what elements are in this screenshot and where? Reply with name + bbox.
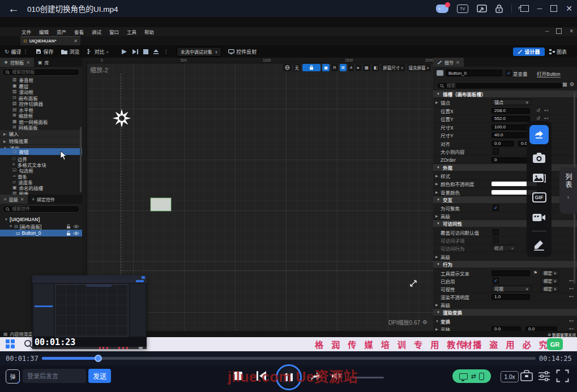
size-y-field[interactable]: 40.0	[491, 132, 530, 138]
advanced-label[interactable]: 高级	[441, 213, 450, 219]
flag-icon[interactable]: ⚑	[533, 270, 537, 275]
size-x-field[interactable]: 100.0	[491, 124, 530, 130]
asset-tab[interactable]: ⊟ UIQIEHUAN* ✕	[20, 36, 80, 45]
size-to-content-checkbox[interactable]	[493, 148, 499, 154]
toolbox-button[interactable]	[520, 369, 533, 382]
ue-menu-item[interactable]: 资产	[57, 28, 66, 35]
palette-item[interactable]: ☑勾选框	[0, 167, 82, 174]
gif-record-button[interactable]: GIF	[532, 191, 546, 204]
compile-button[interactable]: ↻编译⋮	[5, 48, 28, 55]
bind-plug-icon[interactable]: ⊷	[569, 286, 574, 291]
bind-plug-icon[interactable]: ⊷	[544, 116, 549, 121]
resize-handle-icon[interactable]	[409, 279, 417, 287]
gear-icon[interactable]: ⚙	[422, 319, 428, 325]
ue-menu-item[interactable]: 窗口	[109, 28, 119, 35]
dpi-scale-label[interactable]: DPI缩放0.67⚙	[388, 318, 428, 326]
enabled-bind-dropdown[interactable]: 绑定∨	[541, 278, 559, 284]
ue-menu-item[interactable]: 帮助	[144, 28, 154, 35]
tree-button-node[interactable]: ▭ Button_0	[0, 230, 82, 236]
is-variable-checkbox[interactable]: ✓	[506, 70, 512, 76]
section-behavior[interactable]: ▼行为	[433, 261, 577, 268]
eject-icon[interactable]	[153, 49, 159, 54]
lock-open-icon[interactable]	[66, 224, 71, 229]
bind-plug-icon[interactable]: ⊷	[569, 326, 574, 331]
list-side-tab[interactable]: 列表 ‹	[559, 167, 577, 214]
visibility-dropdown[interactable]: 可视∨	[491, 286, 531, 292]
respect-locks-toggle[interactable]: ▣	[322, 64, 330, 71]
frame-skip-icon[interactable]	[132, 49, 139, 55]
seek-track[interactable]	[42, 357, 536, 360]
palette-item[interactable]: ▣命名的插槽	[0, 185, 82, 191]
advanced-label[interactable]: 高级	[441, 253, 450, 260]
back-button[interactable]: ←	[8, 2, 19, 15]
palette-item[interactable]: ▨滚动框	[0, 89, 82, 95]
tree-root[interactable]: ▼ [UIQIEHUAN]	[0, 216, 82, 223]
section-appearance[interactable]: ▼外观	[433, 164, 577, 171]
lock-toggle[interactable]	[302, 64, 320, 71]
ue-close-icon[interactable]: ✕	[569, 28, 574, 34]
mini-player-icon[interactable]	[520, 5, 529, 12]
position-y-field[interactable]: 552.0	[491, 116, 530, 122]
safe-zone-icon[interactable]: ◧	[372, 64, 379, 71]
focusable-checkbox[interactable]: ✓	[493, 205, 499, 211]
override-defaults-checkbox[interactable]	[493, 229, 499, 235]
tab-details[interactable]: 细节 ✕	[433, 58, 464, 67]
stop-icon[interactable]	[143, 49, 148, 54]
category-input[interactable]: ▶输入	[0, 130, 82, 137]
alignment-x-field[interactable]: 0.0	[491, 141, 514, 147]
anchors-dropdown[interactable]: 锚点∨	[491, 99, 531, 105]
section-slot[interactable]: ▼插槽（画布面板槽）	[433, 91, 577, 97]
palette-item[interactable]: ≡多格式文本块	[0, 162, 82, 168]
graph-button[interactable]: 图表	[549, 48, 567, 56]
palette-item[interactable]: ⊞网格面板	[0, 124, 82, 131]
ue-menu-item[interactable]: 调试	[92, 28, 101, 35]
preview-close-icon[interactable]	[142, 276, 145, 279]
play-icon[interactable]	[121, 49, 127, 55]
ue-restore-icon[interactable]	[556, 28, 562, 34]
lock-open-icon[interactable]	[66, 231, 71, 236]
ue-menu-item[interactable]: 查看	[74, 28, 84, 35]
translation-y-field[interactable]: 0.0	[525, 326, 557, 331]
section-interaction[interactable]: ▼交互	[433, 196, 577, 203]
render-opacity-field[interactable]: 1.0	[491, 294, 530, 300]
palette-scrollbar[interactable]	[80, 127, 82, 192]
tab-close-icon[interactable]: ✕	[74, 38, 78, 44]
details-settings-gear-icon[interactable]: ⚙	[570, 81, 574, 87]
tooltip-bind-dropdown[interactable]: 绑定∨	[541, 270, 559, 276]
save-button[interactable]: 保存	[36, 48, 53, 55]
diff-button[interactable]: 对比∨	[87, 48, 108, 55]
video-record-button[interactable]	[532, 211, 546, 223]
bind-plug-icon[interactable]: ⊷	[569, 318, 574, 324]
enabled-checkbox[interactable]: ✓	[493, 278, 499, 284]
palette-item[interactable]: ▥垂直框	[0, 77, 82, 83]
open-button-link[interactable]: 打开Button	[537, 70, 561, 77]
palette-item[interactable]: ▦统一网格面板	[0, 119, 82, 125]
tab-close-icon[interactable]: ✕	[26, 60, 30, 65]
lock-icon[interactable]	[495, 5, 503, 13]
tab-library[interactable]: ▣ 库	[34, 58, 53, 67]
tab-hierarchy[interactable]: ≡ 层级 ✕	[0, 195, 28, 204]
ue-menu-item[interactable]: 工具	[127, 28, 136, 35]
visibility-eye-icon[interactable]	[73, 231, 79, 235]
revert-icon[interactable]: ↺	[536, 116, 540, 121]
fill-screen-dropdown[interactable]: 填充屏幕 ∨	[407, 64, 431, 71]
palette-item[interactable]: ▣覆层	[0, 83, 82, 89]
hierarchy-search[interactable]	[2, 205, 80, 213]
tab-bind-widgets[interactable]: ≡ 绑定控件	[28, 195, 59, 204]
advanced-label[interactable]: 高级	[441, 301, 450, 308]
danmaku-toggle[interactable]: 弹 ✓	[6, 369, 20, 384]
settings-sliders-button[interactable]	[538, 370, 550, 382]
ue-minimize-icon[interactable]: ─	[545, 28, 549, 34]
browse-button[interactable]: 浏览	[61, 48, 79, 55]
palette-item[interactable]: ▤水平框	[0, 107, 82, 113]
zorder-field[interactable]: 0	[491, 157, 530, 163]
tab-close-icon[interactable]: ✕	[20, 197, 24, 202]
camera-screenshot-button[interactable]	[532, 152, 546, 164]
style-label[interactable]: 样式	[441, 173, 450, 179]
outline-toggle-icon[interactable]: ▸	[356, 64, 361, 71]
device-switch-pill[interactable]: ⇄	[452, 369, 491, 383]
designer-button[interactable]: 设计器	[513, 48, 545, 56]
translation-x-field[interactable]: 0.0	[491, 326, 521, 331]
widget-name-field[interactable]: Button_0	[446, 70, 502, 76]
category-special-effects[interactable]: ▶特殊效果	[0, 137, 82, 144]
